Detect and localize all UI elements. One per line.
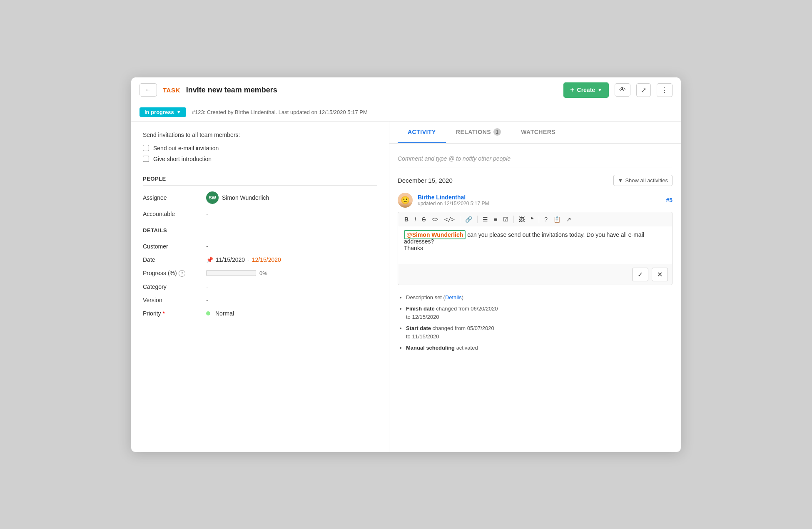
customer-label: Customer: [143, 243, 201, 250]
comment-meta: Birthe Lindenthal updated on 12/15/2020 …: [418, 194, 661, 206]
priority-value: Normal: [206, 310, 234, 317]
code-button[interactable]: <>: [429, 215, 440, 224]
activity-start-date: Start date changed from 05/07/2020to 11/…: [406, 325, 494, 340]
cancel-button[interactable]: ✕: [652, 268, 668, 281]
left-panel: Send invitations to all team members: Se…: [131, 122, 389, 452]
toolbar-divider-2: [477, 216, 478, 223]
tab-relations[interactable]: RELATIONS 1: [446, 122, 511, 143]
priority-dot-icon: [206, 311, 210, 315]
help-icon[interactable]: ?: [179, 270, 185, 277]
editor-toolbar: B I S <> </> 🔗 ☰ ≡ ☑ 🖼 ❝: [398, 212, 673, 226]
confirm-button[interactable]: ✓: [632, 268, 648, 281]
comment-placeholder[interactable]: Comment and type @ to notify other peopl…: [398, 150, 673, 167]
right-panel: ACTIVITY RELATIONS 1 WATCHERS Comment an…: [389, 122, 681, 452]
main-window: ← TASK Invite new team members + Create …: [131, 77, 681, 452]
show-activities-button[interactable]: ▼ Show all activities: [613, 175, 673, 186]
date-label: Date: [143, 256, 201, 263]
category-value: -: [206, 283, 208, 290]
status-bar: In progress ▼ #123: Created by Birthe Li…: [131, 103, 681, 122]
accountable-value: -: [206, 211, 208, 217]
customer-field: Customer -: [143, 243, 377, 250]
help-button[interactable]: ?: [542, 215, 550, 224]
back-button[interactable]: ←: [139, 83, 157, 97]
category-field: Category -: [143, 283, 377, 290]
assignee-name: Simon Wunderlich: [222, 194, 269, 201]
date-start: 11/15/2020: [216, 256, 245, 263]
details-section-title: DETAILS: [143, 227, 377, 237]
activity-finish-date: Finish date changed from 06/20/2020to 12…: [406, 305, 498, 320]
activity-log: Description set (Details) Finish date ch…: [398, 293, 673, 352]
checkbox-email[interactable]: [143, 145, 149, 151]
tab-watchers-label: WATCHERS: [521, 129, 555, 135]
priority-field: Priority * Normal: [143, 310, 377, 317]
bullet-list-button[interactable]: ☰: [481, 215, 490, 224]
task-label: TASK: [163, 87, 180, 94]
details-link[interactable]: Details: [445, 294, 462, 301]
tab-watchers[interactable]: WATCHERS: [511, 122, 565, 143]
tab-activity-label: ACTIVITY: [408, 129, 436, 135]
version-value: -: [206, 297, 208, 303]
assignee-label: Assignee: [143, 194, 201, 201]
code-block-button[interactable]: </>: [442, 215, 457, 224]
main-content: Send invitations to all team members: Se…: [131, 122, 681, 452]
toolbar-divider-4: [539, 216, 539, 223]
more-icon: ⋮: [661, 87, 668, 94]
assignee-field: Assignee SW Simon Wunderlich: [143, 191, 377, 204]
progress-percent: 0%: [259, 270, 267, 276]
accountable-label: Accountable: [143, 211, 201, 217]
bold-button[interactable]: B: [402, 215, 411, 224]
ordered-list-button[interactable]: ≡: [492, 215, 499, 224]
date-separator: -: [247, 256, 249, 263]
customer-value: -: [206, 243, 208, 250]
required-star: *: [162, 310, 164, 317]
status-label: In progress: [144, 109, 174, 115]
intro-text: Send invitations to all team members:: [143, 132, 377, 138]
priority-label: Priority *: [143, 310, 201, 317]
version-label: Version: [143, 297, 201, 303]
italic-button[interactable]: I: [412, 215, 418, 224]
toolbar-divider-3: [513, 216, 514, 223]
relations-badge: 1: [493, 128, 501, 136]
progress-bar: [206, 270, 256, 276]
expand-button[interactable]: ⤢: [636, 83, 651, 97]
more-button[interactable]: ⋮: [657, 83, 673, 97]
comment-header: 🙂 Birthe Lindenthal updated on 12/15/202…: [398, 193, 673, 208]
comment-time: updated on 12/15/2020 5:17 PM: [418, 201, 661, 206]
filter-icon: ▼: [618, 177, 623, 184]
activity-log-list: Description set (Details) Finish date ch…: [398, 293, 673, 352]
plus-icon: +: [570, 86, 575, 94]
pin-icon: 📌: [206, 256, 213, 263]
checklist-button[interactable]: ☑: [501, 215, 511, 224]
activity-scheduling: Manual scheduling activated: [406, 345, 478, 351]
preview-button[interactable]: 📋: [551, 215, 563, 224]
comment-block: 🙂 Birthe Lindenthal updated on 12/15/202…: [398, 193, 673, 285]
dropdown-arrow-icon: ▼: [598, 87, 602, 92]
date-value: 📌 11/15/2020 - 12/15/2020: [206, 256, 281, 263]
version-field: Version -: [143, 297, 377, 303]
watch-button[interactable]: 👁: [615, 83, 630, 97]
status-dropdown-icon: ▼: [177, 109, 181, 114]
progress-field: Progress (%) ? 0%: [143, 270, 377, 277]
quote-button[interactable]: ❝: [528, 215, 536, 224]
link-button[interactable]: 🔗: [463, 215, 474, 224]
editor-body[interactable]: @Simon Wunderlich can you please send ou…: [398, 226, 673, 264]
checklist: Send out e-mail invitation Give short in…: [143, 145, 377, 162]
fullscreen-button[interactable]: ↗: [564, 215, 573, 224]
accountable-field: Accountable -: [143, 211, 377, 217]
tab-activity[interactable]: ACTIVITY: [398, 122, 446, 143]
strikethrough-button[interactable]: S: [420, 215, 428, 224]
create-label: Create: [577, 87, 595, 93]
date-divider: December 15, 2020 ▼ Show all activities: [398, 175, 673, 186]
date-divider-text: December 15, 2020: [398, 177, 453, 184]
progress-label: Progress (%) ?: [143, 270, 201, 277]
image-button[interactable]: 🖼: [517, 215, 527, 224]
activity-area: Comment and type @ to notify other peopl…: [389, 144, 681, 452]
checklist-label-1: Send out e-mail invitation: [153, 145, 219, 151]
create-button[interactable]: + Create ▼: [563, 82, 609, 98]
commenter-avatar: 🙂: [398, 193, 413, 208]
list-item: Start date changed from 05/07/2020to 11/…: [406, 324, 673, 340]
status-info: #123: Created by Birthe Lindenthal. Last…: [192, 109, 368, 115]
checkbox-intro[interactable]: [143, 156, 149, 162]
status-badge[interactable]: In progress ▼: [139, 107, 186, 117]
people-section-title: PEOPLE: [143, 176, 377, 186]
